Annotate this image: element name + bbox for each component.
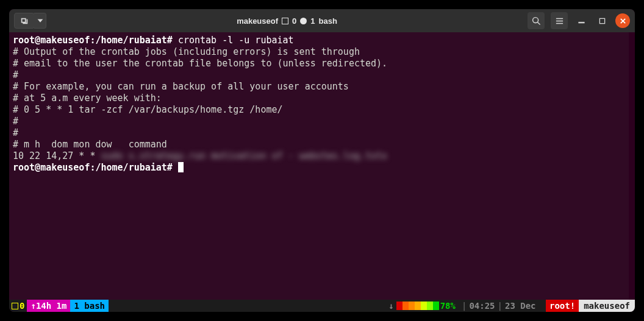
separator: |	[495, 301, 505, 311]
separator	[536, 301, 546, 311]
cron-entry-line: 10 22 14,27 * * sudo s.strategy.run moti…	[13, 150, 625, 162]
output-line: #	[13, 127, 625, 139]
output-line: # email to the user the crontab file bel…	[13, 58, 625, 69]
shell-prompt: root@makeuseof:/home/rubaiat#	[13, 162, 173, 173]
time-value: 04:25	[469, 301, 495, 311]
session-box-icon	[12, 303, 18, 309]
close-button[interactable]	[615, 13, 630, 28]
session-indicator: 0	[9, 300, 27, 312]
svg-rect-1	[599, 18, 604, 23]
svg-rect-0	[578, 22, 584, 23]
date-value: 23 Dec	[505, 301, 536, 311]
output-line: #	[13, 116, 625, 127]
command-text: crontab -l -u rubaiat	[178, 35, 294, 46]
prompt-line: root@makeuseof:/home/rubaiat# crontab -l…	[13, 35, 625, 46]
output-line: # 0 5 * * 1 tar -zcf /var/backups/home.t…	[13, 104, 625, 116]
session-count: 0	[20, 301, 24, 311]
host-value: makeuseof	[584, 301, 630, 311]
prompt-line: root@makeuseof:/home/rubaiat#	[13, 162, 625, 174]
title-shell: bash	[319, 16, 337, 26]
titlebar-right-controls	[528, 12, 630, 29]
separator: |	[459, 301, 469, 311]
title-count2: 1	[310, 16, 315, 26]
new-tab-button[interactable]	[14, 13, 35, 29]
maximize-button[interactable]	[595, 13, 609, 28]
load-segment: ↓ 78%	[385, 300, 459, 312]
output-line: #	[13, 69, 625, 81]
window-label: 1 bash	[74, 301, 105, 311]
redacted-command: sudo s.strategy.run motivation of - webs…	[101, 150, 388, 162]
battery-percent: 78%	[440, 301, 456, 311]
new-tab-icon	[20, 16, 29, 25]
title-hostname: makeuseof	[237, 16, 278, 26]
title-count1: 0	[292, 16, 296, 26]
user-segment: root!	[546, 300, 579, 312]
cron-schedule: 10 22 14,27 * *	[13, 150, 95, 161]
pane-indicator-icon	[300, 18, 307, 24]
uptime-value: 14h 1m	[36, 301, 67, 311]
shell-prompt: root@makeuseof:/home/rubaiat#	[13, 35, 173, 46]
download-arrow-icon: ↓	[388, 301, 393, 311]
maximize-icon	[599, 18, 606, 24]
titlebar-left-controls	[14, 13, 46, 29]
output-line: # m h dom mon dow command	[13, 139, 625, 150]
minimize-icon	[578, 18, 585, 24]
terminal-window: makeuseof 0 1 bash roo	[9, 9, 635, 312]
chevron-down-icon	[36, 16, 45, 25]
user-value: root!	[549, 301, 575, 311]
uptime-segment: ↑ 14h 1m	[27, 300, 70, 312]
output-line: # Output of the crontab jobs (including …	[13, 46, 625, 58]
output-line: # at 5 a.m every week with:	[13, 93, 625, 104]
search-icon	[532, 16, 541, 26]
hamburger-icon	[555, 16, 564, 26]
scrollbar-thumb[interactable]	[629, 34, 634, 88]
window-title: makeuseof 0 1 bash	[50, 16, 524, 26]
titlebar: makeuseof 0 1 bash	[9, 9, 635, 32]
search-button[interactable]	[528, 12, 545, 29]
cpu-heat-bar	[396, 302, 439, 310]
output-line: # For example, you can run a backup of a…	[13, 81, 625, 93]
minimize-button[interactable]	[574, 13, 589, 28]
window-indicator-icon	[282, 18, 288, 24]
menu-button[interactable]	[551, 12, 568, 29]
terminal-output[interactable]: root@makeuseof:/home/rubaiat# crontab -l…	[9, 32, 635, 300]
close-icon	[620, 18, 626, 24]
window-segment[interactable]: 1 bash	[70, 300, 109, 312]
byobu-statusbar: 0 ↑ 14h 1m 1 bash ↓ 78% | 04:25 | 23 Dec…	[9, 300, 635, 312]
host-segment: makeuseof	[579, 300, 635, 312]
tab-dropdown-button[interactable]	[34, 13, 46, 29]
cursor	[178, 162, 184, 172]
